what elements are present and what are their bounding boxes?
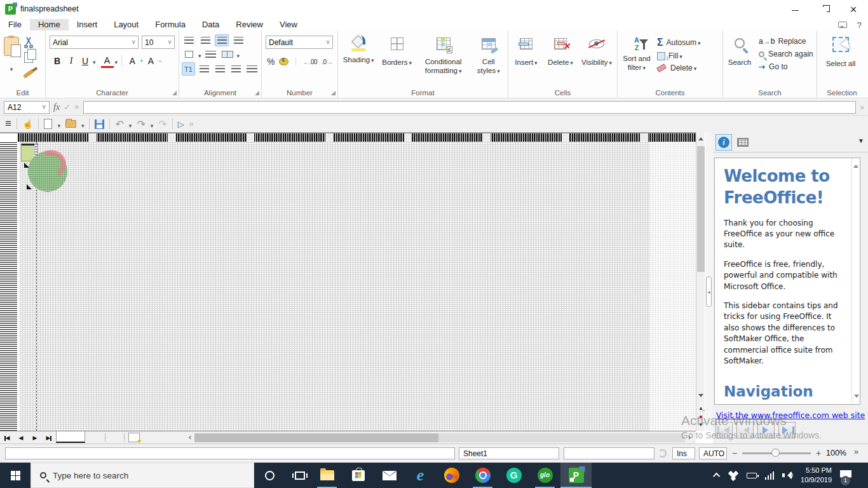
- wrap-text-icon[interactable]: [204, 48, 218, 60]
- previous-sheet-button[interactable]: ◀: [15, 433, 27, 443]
- alignment-dialog-launcher[interactable]: [255, 91, 259, 95]
- taskbar-glo[interactable]: glo: [529, 463, 560, 488]
- tray-expand-icon[interactable]: [712, 473, 719, 480]
- touch-mode-icon[interactable]: ☝: [22, 119, 33, 129]
- taskbar-internet-explorer[interactable]: e: [405, 463, 436, 488]
- percent-format-button[interactable]: %: [267, 57, 275, 67]
- cut-icon[interactable]: [23, 37, 34, 48]
- copy-icon[interactable]: [24, 52, 33, 63]
- zoom-level-label[interactable]: 100%: [826, 449, 846, 458]
- last-sheet-button[interactable]: ▶: [43, 433, 55, 443]
- vertical-scrollbar[interactable]: ▲̲ ● ▼̅: [696, 132, 705, 431]
- bottom-nav-first-button[interactable]: [715, 422, 733, 438]
- delete-contents-button[interactable]: Delete: [657, 64, 701, 72]
- horizontal-scroll-thumb[interactable]: [194, 433, 438, 442]
- new-document-dropdown[interactable]: [57, 119, 60, 130]
- vertical-scroll-thumb[interactable]: [697, 146, 705, 272]
- bottom-nav-last-button[interactable]: [778, 422, 796, 438]
- network-signal-icon[interactable]: [765, 471, 775, 480]
- autosum-button[interactable]: Σ Autosum: [657, 37, 701, 48]
- shrink-font-button[interactable]: A: [144, 54, 157, 68]
- font-color-dropdown[interactable]: [115, 55, 118, 67]
- italic-button[interactable]: I: [65, 54, 78, 68]
- open-document-icon[interactable]: [65, 120, 76, 128]
- goto-button[interactable]: ⇢ Go to: [759, 62, 813, 71]
- insert-function-button[interactable]: fx: [53, 102, 60, 112]
- redo-dropdown[interactable]: [151, 119, 154, 130]
- replace-button[interactable]: a→b Replace: [759, 37, 813, 46]
- valign-justify-icon[interactable]: [231, 34, 245, 46]
- menu-data[interactable]: Data: [194, 19, 227, 30]
- dropbox-icon[interactable]: [728, 471, 738, 480]
- scroll-down-arrow[interactable]: [698, 394, 703, 400]
- select-all-corner[interactable]: [0, 133, 18, 142]
- formula-input[interactable]: [83, 101, 857, 114]
- restore-button[interactable]: [810, 0, 839, 19]
- number-dialog-launcher[interactable]: [331, 91, 336, 95]
- search-again-button[interactable]: Search again: [759, 50, 813, 58]
- next-sheet-button[interactable]: ▶: [29, 433, 41, 443]
- merge-cells-icon[interactable]: [220, 48, 234, 60]
- borders-button[interactable]: Borders: [379, 34, 414, 88]
- column-headers[interactable]: [18, 133, 696, 142]
- fill-button[interactable]: Fill: [657, 51, 701, 60]
- menu-home[interactable]: Home: [30, 19, 69, 30]
- cell-frame-icon[interactable]: [182, 48, 196, 60]
- taskbar-search-box[interactable]: Type here to search: [31, 463, 254, 488]
- insert-mode-field[interactable]: Ins: [672, 447, 695, 459]
- menu-insert[interactable]: Insert: [69, 19, 106, 30]
- sidebar-scroll-up[interactable]: [853, 162, 858, 168]
- underline-button[interactable]: U: [79, 54, 92, 68]
- visibility-button[interactable]: Visibility: [580, 34, 614, 88]
- sidebar-table-tab[interactable]: [735, 134, 751, 151]
- zoom-out-button[interactable]: −: [732, 448, 737, 458]
- cancel-entry-button[interactable]: ×: [74, 102, 79, 112]
- cell-grid[interactable]: [20, 142, 696, 431]
- menu-view[interactable]: View: [271, 19, 306, 30]
- task-view-button[interactable]: [285, 463, 315, 488]
- align-justify-icon[interactable]: [245, 63, 259, 75]
- split-down-button[interactable]: ▼̅: [697, 421, 705, 429]
- sort-filter-button[interactable]: AZ Sort and filter: [620, 34, 653, 88]
- zoom-in-button[interactable]: +: [816, 448, 821, 458]
- start-button[interactable]: [0, 463, 31, 488]
- volume-icon[interactable]: [782, 471, 792, 479]
- taskbar-chrome[interactable]: [467, 463, 498, 488]
- taskbar-mail[interactable]: [374, 463, 405, 488]
- add-sheet-button[interactable]: [128, 433, 140, 442]
- taskbar-planmaker[interactable]: P: [560, 463, 592, 488]
- font-name-select[interactable]: Arial: [50, 36, 139, 49]
- statusbar-overflow[interactable]: »: [854, 447, 858, 456]
- valign-bottom-icon[interactable]: [215, 34, 229, 46]
- conditional-formatting-button[interactable]: Conditional formatting: [417, 34, 470, 88]
- sidebar-scrollbar[interactable]: [851, 158, 860, 404]
- horizontal-scrollbar[interactable]: [194, 433, 685, 442]
- merge-dropdown[interactable]: [237, 49, 240, 60]
- feedback-icon[interactable]: [838, 22, 847, 28]
- taskbar-microsoft-store[interactable]: [342, 463, 374, 488]
- taskbar-file-explorer[interactable]: [311, 463, 342, 488]
- menu-formula[interactable]: Formula: [147, 19, 194, 30]
- taskbar-grammarly[interactable]: G: [498, 463, 529, 488]
- cortana-button[interactable]: [254, 463, 285, 488]
- valign-top-icon[interactable]: [182, 34, 196, 46]
- insert-cells-button[interactable]: Insert: [511, 34, 541, 88]
- first-sheet-button[interactable]: ◀: [1, 433, 13, 443]
- open-document-dropdown[interactable]: [81, 119, 85, 130]
- sidebar-splitter[interactable]: ◂: [705, 132, 713, 431]
- freeoffice-website-link[interactable]: Visit the www.freeoffice.com web site: [713, 410, 868, 420]
- number-format-select[interactable]: Default: [266, 36, 333, 49]
- sidebar-scroll-down[interactable]: [854, 395, 859, 400]
- format-painter-icon[interactable]: [23, 69, 34, 78]
- sidebar-info-tab[interactable]: i: [715, 134, 732, 151]
- record-dot-button[interactable]: ●: [697, 412, 705, 421]
- save-icon[interactable]: [95, 119, 104, 129]
- auto-mode-field[interactable]: AUTO: [699, 447, 727, 459]
- search-button[interactable]: Search: [726, 34, 754, 88]
- taskbar-firefox[interactable]: [436, 463, 467, 488]
- sidebar-options-dropdown[interactable]: ▼: [858, 137, 864, 144]
- confirm-entry-button[interactable]: ✓: [64, 102, 71, 112]
- select-all-button[interactable]: Select all: [820, 34, 862, 70]
- menu-layout[interactable]: Layout: [105, 19, 147, 30]
- hscroll-right-arrow[interactable]: ›: [685, 433, 694, 443]
